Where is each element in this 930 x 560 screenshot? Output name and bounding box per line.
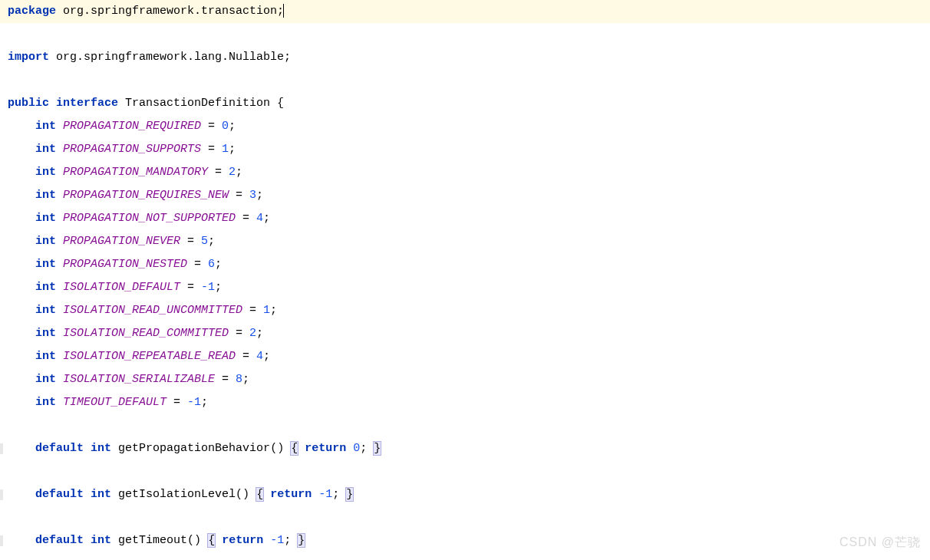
eq: = [242, 350, 256, 363]
indent [8, 373, 35, 386]
code-line: int PROPAGATION_SUPPORTS = 1; [8, 138, 922, 161]
field-name: PROPAGATION_MANDATORY [56, 166, 215, 179]
indent [8, 534, 35, 547]
space [298, 442, 305, 455]
eq: = [187, 235, 201, 248]
eq: = [215, 166, 229, 179]
keyword-int: int [35, 327, 56, 340]
indent [8, 143, 35, 156]
keyword-int: int [35, 396, 56, 409]
semi: ; [229, 120, 236, 133]
semi: ; [201, 396, 208, 409]
space [346, 442, 353, 455]
watermark: CSDN @芒骁 [839, 531, 921, 554]
number-literal: -1 [201, 281, 215, 294]
semi: ; [236, 166, 242, 179]
code-line: int ISOLATION_READ_UNCOMMITTED = 1; [8, 299, 922, 322]
number-literal: 0 [353, 442, 360, 455]
number-literal: -1 [318, 488, 332, 501]
blank-line [8, 23, 922, 46]
gutter-fold-icon[interactable] [0, 443, 3, 454]
semi: ; [215, 281, 222, 294]
keyword-return: return [222, 534, 263, 547]
semi: ; [256, 189, 263, 202]
method-name: getPropagationBehavior [118, 442, 270, 455]
package-name: org.springframework.transaction; [56, 5, 284, 18]
field-name: PROPAGATION_NEVER [56, 235, 187, 248]
keyword-int: int [35, 304, 56, 317]
code-line: import org.springframework.lang.Nullable… [8, 46, 922, 69]
code-line: int PROPAGATION_REQUIRED = 0; [8, 115, 922, 138]
code-editor[interactable]: package org.springframework.transaction;… [0, 0, 930, 552]
field-name: ISOLATION_SERIALIZABLE [56, 373, 222, 386]
space [84, 442, 91, 455]
indent [8, 488, 35, 501]
code-line: int PROPAGATION_NOT_SUPPORTED = 4; [8, 207, 922, 230]
blank-line [8, 69, 922, 92]
gutter-fold-icon[interactable] [0, 535, 3, 546]
parens: () [236, 488, 249, 501]
indent [8, 327, 35, 340]
semi: ; [263, 212, 270, 225]
blank-line [8, 506, 922, 529]
gutter-fold-icon[interactable] [0, 489, 3, 500]
number-literal: 2 [249, 327, 256, 340]
keyword-public: public [8, 97, 49, 110]
semi: ; [215, 258, 222, 271]
parens: () [187, 534, 201, 547]
semi: ; [229, 143, 236, 156]
space [111, 534, 118, 547]
number-literal: -1 [270, 534, 284, 547]
space [215, 534, 222, 547]
code-line: int ISOLATION_SERIALIZABLE = 8; [8, 368, 922, 391]
indent [8, 350, 35, 363]
number-literal: 6 [208, 258, 215, 271]
field-name: PROPAGATION_NESTED [56, 258, 194, 271]
semi: ; [256, 327, 263, 340]
brace-close: } [373, 441, 381, 456]
space [263, 488, 270, 501]
keyword-int: int [35, 350, 56, 363]
space [84, 534, 91, 547]
brace-close: } [297, 533, 305, 548]
keyword-int: int [35, 281, 56, 294]
code-line: public interface TransactionDefinition { [8, 92, 922, 115]
indent [8, 212, 35, 225]
number-literal: 4 [256, 212, 263, 225]
space [111, 442, 118, 455]
space [312, 488, 318, 501]
semi: ; [208, 235, 215, 248]
eq: = [236, 327, 249, 340]
keyword-return: return [305, 442, 346, 455]
number-literal: 1 [222, 143, 229, 156]
code-line: int PROPAGATION_REQUIRES_NEW = 3; [8, 184, 922, 207]
indent [8, 442, 35, 455]
semi: ; [242, 373, 249, 386]
keyword-int: int [35, 143, 56, 156]
code-line: default int getIsolationLevel() { return… [8, 483, 922, 506]
keyword-int: int [35, 258, 56, 271]
eq: = [249, 304, 263, 317]
space [263, 534, 270, 547]
eq: = [236, 189, 249, 202]
semi: ; [270, 304, 277, 317]
indent [8, 281, 35, 294]
field-name: ISOLATION_READ_COMMITTED [56, 327, 236, 340]
keyword-int: int [35, 235, 56, 248]
number-literal: 0 [222, 120, 229, 133]
keyword-int: int [91, 442, 111, 455]
blank-line [8, 414, 922, 437]
eq: = [208, 143, 222, 156]
indent [8, 258, 35, 271]
eq: = [194, 258, 208, 271]
keyword-int: int [35, 189, 56, 202]
space [84, 488, 91, 501]
caret-icon [283, 4, 284, 18]
semi: ; [284, 534, 291, 547]
indent [8, 304, 35, 317]
eq: = [222, 373, 236, 386]
field-name: PROPAGATION_REQUIRES_NEW [56, 189, 236, 202]
code-line: int ISOLATION_READ_COMMITTED = 2; [8, 322, 922, 345]
code-line: int ISOLATION_DEFAULT = -1; [8, 276, 922, 299]
number-literal: 1 [263, 304, 270, 317]
